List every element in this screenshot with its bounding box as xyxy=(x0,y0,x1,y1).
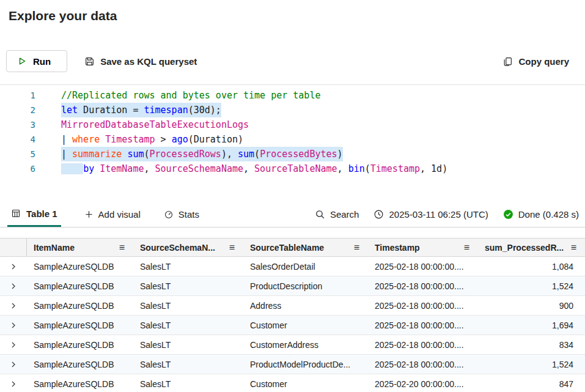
code-token: ProcessedBytes xyxy=(260,149,337,160)
table-cell: Address xyxy=(243,301,368,311)
table-cell: SalesOrderDetail xyxy=(243,262,368,272)
code-line[interactable]: 1//Replicated rows and bytes over time p… xyxy=(0,88,585,103)
code-token xyxy=(61,163,83,174)
line-number: 6 xyxy=(0,161,35,176)
code-token: > xyxy=(155,134,172,145)
code-token: SourceSchemaName xyxy=(155,163,244,174)
column-header[interactable]: SourceSchemaN...≡ xyxy=(133,239,243,256)
plus-icon xyxy=(84,210,94,219)
code-token: where xyxy=(72,134,100,145)
results-header: ItemName≡SourceSchemaN...≡SourceTableNam… xyxy=(0,238,585,257)
column-header[interactable]: ItemName≡ xyxy=(27,239,133,256)
column-header-label: ItemName xyxy=(34,243,75,253)
save-kql-label: Save as KQL queryset xyxy=(100,56,197,67)
row-expander[interactable] xyxy=(0,316,27,335)
code-token: ProcessedRows xyxy=(150,149,221,160)
table-cell: 847 xyxy=(478,379,585,389)
column-header[interactable]: SourceTableName≡ xyxy=(243,239,368,256)
query-toolbar: Run Save as KQL queryset Copy query xyxy=(0,50,585,72)
code-token: ItemName xyxy=(100,163,144,174)
table-cell: CustomerAddress xyxy=(243,340,368,350)
line-content: let Duration = timespan(30d); xyxy=(61,103,221,117)
copy-query-label: Copy query xyxy=(518,56,569,67)
column-menu-icon[interactable]: ≡ xyxy=(229,242,235,253)
code-token: , xyxy=(337,163,348,174)
search-label: Search xyxy=(330,209,359,220)
code-token: (Duration) xyxy=(188,134,243,145)
search-button[interactable]: Search xyxy=(315,209,359,220)
code-line[interactable]: 5| summarize sum(ProcessedRows), sum(Pro… xyxy=(0,147,585,161)
column-menu-icon[interactable]: ≡ xyxy=(354,242,359,253)
line-number: 1 xyxy=(0,88,35,103)
table-cell: ProductDescription xyxy=(243,281,368,291)
header-cell-expander xyxy=(0,239,27,256)
results-table: ItemName≡SourceSchemaN...≡SourceTableNam… xyxy=(0,238,585,392)
code-token: (30d); xyxy=(188,105,221,116)
table-cell: SampleAzureSQLDB xyxy=(27,360,133,369)
run-button[interactable]: Run xyxy=(6,50,67,72)
chevron-right-icon xyxy=(10,361,17,368)
kql-code-editor[interactable]: 1//Replicated rows and bytes over time p… xyxy=(0,84,585,202)
table-cell: Customer xyxy=(243,379,368,389)
code-line[interactable]: 6 by ItemName, SourceSchemaName, SourceT… xyxy=(0,161,585,176)
table-cell: Customer xyxy=(243,320,368,330)
table-cell: 1,524 xyxy=(478,281,585,291)
column-menu-icon[interactable]: ≡ xyxy=(119,242,125,253)
column-header[interactable]: sum_ProcessedR...≡ xyxy=(478,239,585,256)
table-cell: SampleAzureSQLDB xyxy=(27,340,133,350)
table-row[interactable]: SampleAzureSQLDBSalesLTCustomer2025-02-2… xyxy=(0,374,585,392)
code-token: , xyxy=(144,163,155,174)
code-token: Timestamp xyxy=(370,163,420,174)
table-row[interactable]: SampleAzureSQLDBSalesLTSalesOrderDetail2… xyxy=(0,257,585,276)
table-row[interactable]: SampleAzureSQLDBSalesLTAddress2025-02-18… xyxy=(0,296,585,316)
code-line[interactable]: 2let Duration = timespan(30d); xyxy=(0,103,585,117)
row-expander[interactable] xyxy=(0,355,27,374)
column-header[interactable]: Timestamp≡ xyxy=(368,239,478,256)
chevron-right-icon xyxy=(10,263,17,270)
column-header-label: SourceSchemaN... xyxy=(140,243,215,253)
stats-button[interactable]: Stats xyxy=(164,209,199,220)
table-cell: 1,694 xyxy=(478,320,585,330)
column-menu-icon[interactable]: ≡ xyxy=(571,242,576,253)
table-cell: SalesLT xyxy=(133,360,243,369)
table-row[interactable]: SampleAzureSQLDBSalesLTProductModelProdu… xyxy=(0,355,585,374)
page-title: Explore your data xyxy=(9,7,585,24)
table-row[interactable]: SampleAzureSQLDBSalesLTCustomer2025-02-1… xyxy=(0,316,585,335)
code-token: ago xyxy=(172,134,188,145)
row-expander[interactable] xyxy=(0,374,27,392)
copy-query-button[interactable]: Copy query xyxy=(502,56,569,67)
table-cell: 834 xyxy=(478,340,585,350)
copy-icon xyxy=(502,56,513,67)
row-expander[interactable] xyxy=(0,257,27,276)
row-expander[interactable] xyxy=(0,335,27,354)
code-lines: 1//Replicated rows and bytes over time p… xyxy=(0,88,585,176)
line-number: 3 xyxy=(0,117,35,132)
code-token: ), xyxy=(221,149,238,160)
column-header-label: SourceTableName xyxy=(250,243,324,253)
table-cell: SampleAzureSQLDB xyxy=(27,281,133,291)
search-icon xyxy=(315,209,325,220)
table-cell: 1,084 xyxy=(478,262,585,272)
row-expander[interactable] xyxy=(0,276,27,295)
code-line[interactable]: 4| where Timestamp > ago(Duration) xyxy=(0,132,585,147)
code-token: SourceTableName xyxy=(254,163,337,174)
code-line[interactable]: 3MirroredDatabaseTableExecutionLogs xyxy=(0,117,585,132)
table-row[interactable]: SampleAzureSQLDBSalesLTProductDescriptio… xyxy=(0,276,585,296)
status-done-label: Done (0.428 s) xyxy=(518,209,579,220)
add-visual-button[interactable]: Add visual xyxy=(84,209,141,220)
line-content: //Replicated rows and bytes over time pe… xyxy=(61,88,320,103)
column-menu-icon[interactable]: ≡ xyxy=(464,242,469,253)
table-cell: SalesLT xyxy=(133,281,243,291)
table-cell: SalesLT xyxy=(133,379,243,389)
query-timestamp: 2025-03-11 06:25 (UTC) xyxy=(373,209,488,220)
row-expander[interactable] xyxy=(0,296,27,315)
table-cell: 2025-02-18 00:00:00.... xyxy=(368,360,478,369)
code-token: MirroredDatabaseTableExecutionLogs xyxy=(61,119,249,130)
tab-table-1[interactable]: Table 1 xyxy=(7,202,61,227)
query-timestamp-label: 2025-03-11 06:25 (UTC) xyxy=(389,209,488,220)
code-token: ) xyxy=(337,149,343,160)
save-kql-queryset-button[interactable]: Save as KQL queryset xyxy=(84,56,197,67)
table-row[interactable]: SampleAzureSQLDBSalesLTCustomerAddress20… xyxy=(0,335,585,355)
code-token: Duration = xyxy=(78,105,144,116)
status-done: Done (0.428 s) xyxy=(503,209,579,220)
